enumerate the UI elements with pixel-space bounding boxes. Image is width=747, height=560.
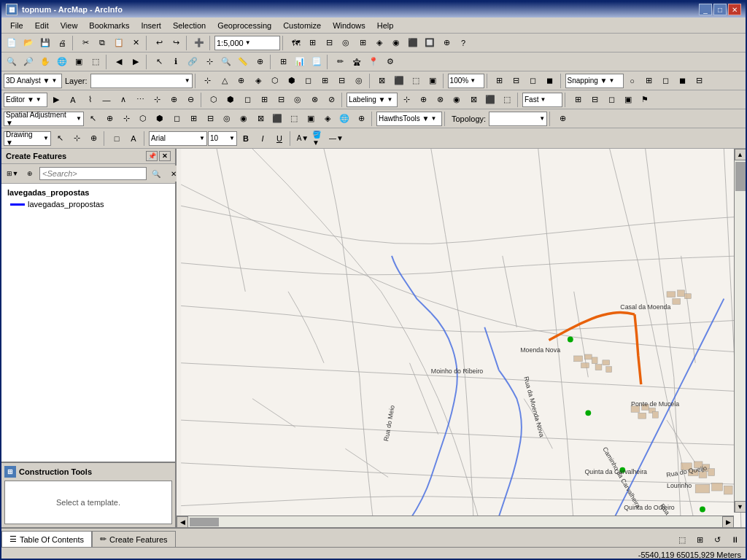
snap-btn3[interactable]: ◻ (658, 73, 674, 89)
label-btn11[interactable]: ▣ (620, 92, 636, 108)
select-btn[interactable]: ↖ (151, 54, 167, 70)
ed-btn15[interactable]: ◎ (290, 92, 306, 108)
ed-btn4[interactable]: — (98, 92, 115, 108)
bold-btn[interactable]: B (238, 131, 254, 147)
label-btn7[interactable]: ⬚ (499, 92, 515, 108)
3d-btn8[interactable]: ⊞ (317, 73, 333, 89)
maximize-button[interactable]: □ (713, 4, 727, 15)
sp-btn3[interactable]: ⊹ (118, 111, 134, 127)
tab-toc[interactable]: ☰ Table Of Contents (1, 531, 92, 547)
3d-btn15[interactable]: ⊞ (492, 73, 508, 89)
map-area[interactable]: Rua da Moenda Nova Caminho da Carvalheir… (177, 149, 746, 527)
map-btn6[interactable]: ◈ (371, 35, 387, 51)
scroll-left-btn[interactable]: ◀ (177, 516, 188, 528)
paste-btn[interactable]: 📋 (111, 35, 127, 51)
label-btn8[interactable]: ⊞ (570, 92, 586, 108)
tool-btn1[interactable]: ⚙ (382, 54, 398, 70)
nav-btn2[interactable]: ⊞ (692, 532, 708, 547)
attr-tbl-btn[interactable]: ⊞ (275, 54, 291, 70)
add-data-btn[interactable]: ➕ (191, 35, 207, 51)
draw-select-btn[interactable]: ↖ (52, 131, 68, 147)
3d-btn11[interactable]: ⊠ (374, 73, 390, 89)
snap-btn2[interactable]: ⊞ (641, 73, 657, 89)
3d-btn7[interactable]: ◻ (301, 73, 317, 89)
ed-btn13[interactable]: ⊞ (256, 92, 272, 108)
sp-btn15[interactable]: ◈ (320, 111, 336, 127)
underline-btn[interactable]: U (271, 131, 287, 147)
map-btn9[interactable]: 🔲 (422, 35, 438, 51)
nav-btn1[interactable]: ⬚ (674, 532, 690, 547)
label-btn5[interactable]: ⊠ (465, 92, 481, 108)
delete-btn[interactable]: ✕ (128, 35, 144, 51)
3d-btn6[interactable]: ⬢ (284, 73, 300, 89)
3d-btn10[interactable]: ◎ (351, 73, 367, 89)
snapping-dropdown[interactable]: Snapping ▼ ▼ (565, 74, 624, 88)
fill-color-btn[interactable]: 🪣▼ (311, 131, 328, 147)
sel-btn2[interactable]: ⬚ (88, 54, 104, 70)
map-btn8[interactable]: ⬛ (405, 35, 421, 51)
sp-btn4[interactable]: ⬡ (135, 111, 151, 127)
scroll-thumb-v[interactable] (735, 162, 746, 191)
sp-btn9[interactable]: ◎ (219, 111, 235, 127)
sp-btn13[interactable]: ⬚ (286, 111, 302, 127)
panel-close-btn[interactable]: ✕ (159, 151, 171, 161)
label-btn4[interactable]: ◉ (449, 92, 465, 108)
report-btn[interactable]: 📃 (309, 54, 325, 70)
menu-file[interactable]: File (4, 20, 29, 31)
scroll-down-btn[interactable]: ▼ (735, 501, 746, 513)
3d-btn13[interactable]: ⬚ (408, 73, 424, 89)
draw-rect-btn[interactable]: □ (109, 131, 125, 147)
drawing-dropdown[interactable]: Drawing ▼ ▼ (4, 131, 51, 146)
map-btn2[interactable]: ⊞ (304, 35, 320, 51)
3d-btn12[interactable]: ⬛ (391, 73, 407, 89)
3d-btn16[interactable]: ⊟ (508, 73, 525, 89)
ed-btn3[interactable]: ⌇ (82, 92, 98, 108)
hawths-dropdown[interactable]: HawthsTools ▼ ▼ (376, 112, 442, 126)
redo-btn[interactable]: ↪ (168, 35, 184, 51)
new-btn[interactable]: 📄 (4, 35, 20, 51)
3d-btn9[interactable]: ⊟ (334, 73, 350, 89)
labeling-dropdown[interactable]: Labeling ▼ ▼ (347, 93, 398, 107)
topology-dropdown[interactable]: ▼ (489, 112, 547, 126)
info-btn[interactable]: ℹ (168, 54, 184, 70)
ed-btn14[interactable]: ⊟ (273, 92, 289, 108)
identify-btn[interactable]: ⊹ (201, 54, 217, 70)
menu-insert[interactable]: Insert (135, 20, 167, 31)
sel-btn1[interactable]: ▣ (71, 54, 87, 70)
fontsize-dropdown[interactable]: 10 ▼ (208, 131, 237, 146)
nav-fwd-btn[interactable]: ▶ (128, 54, 144, 70)
panel-pin-btn[interactable]: 📌 (146, 151, 158, 161)
pct-dropdown[interactable]: 100% ▼ (448, 74, 484, 88)
snap-btn4[interactable]: ◼ (675, 73, 691, 89)
label-btn3[interactable]: ⊗ (432, 92, 448, 108)
ed-btn8[interactable]: ⊕ (166, 92, 182, 108)
pan-btn[interactable]: ✋ (37, 54, 53, 70)
open-btn[interactable]: 📂 (20, 35, 36, 51)
draw-btn2[interactable]: ⊕ (85, 131, 101, 147)
menu-bookmarks[interactable]: Bookmarks (83, 20, 135, 31)
print-btn[interactable]: 🖨 (54, 35, 70, 51)
label-btn9[interactable]: ⊟ (587, 92, 603, 108)
ed-btn9[interactable]: ⊖ (182, 92, 198, 108)
map-btn3[interactable]: ⊟ (321, 35, 337, 51)
scroll-thumb-h[interactable] (190, 518, 219, 526)
ed-btn17[interactable]: ⊘ (323, 92, 339, 108)
sp-btn2[interactable]: ⊕ (101, 111, 117, 127)
map-btn1[interactable]: 🗺 (287, 35, 303, 51)
label-flag[interactable]: ⚑ (637, 92, 653, 108)
label-btn1[interactable]: ⊹ (398, 92, 414, 108)
draw-btn1[interactable]: ⊹ (69, 131, 85, 147)
menu-view[interactable]: View (55, 20, 84, 31)
sp-btn7[interactable]: ⊞ (185, 111, 201, 127)
sp-btn1[interactable]: ↖ (85, 111, 101, 127)
map-btn5[interactable]: ⊞ (355, 35, 371, 51)
label-btn6[interactable]: ⬛ (482, 92, 498, 108)
layers-add-btn[interactable]: ⊕ (22, 166, 38, 182)
copy-btn[interactable]: ⧉ (94, 35, 110, 51)
goto-xy-btn[interactable]: ⊕ (252, 54, 268, 70)
editor-dropdown[interactable]: Editor ▼ ▼ (4, 93, 47, 107)
italic-btn[interactable]: I (255, 131, 271, 147)
3d-analyst-dropdown[interactable]: 3D Analyst ▼ ▼ (4, 74, 62, 88)
3d-btn5[interactable]: ⬡ (267, 73, 283, 89)
ed-btn1[interactable]: ▶ (48, 92, 64, 108)
